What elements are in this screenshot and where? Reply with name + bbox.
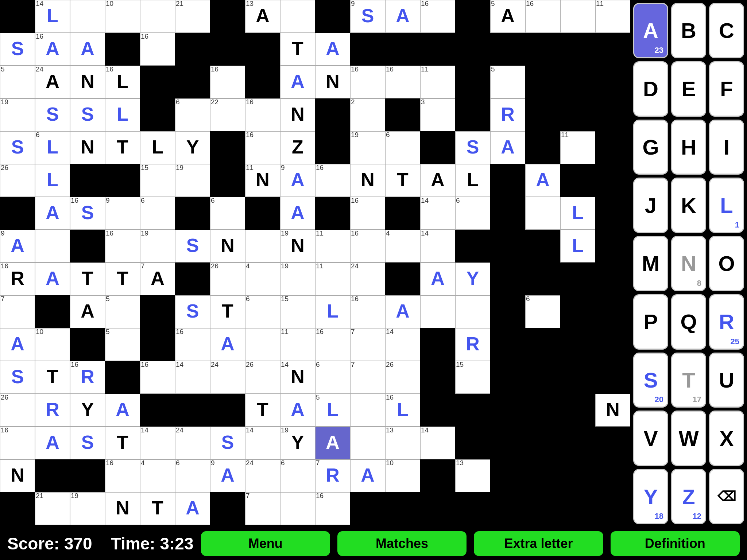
score-time: Score: 370 Time: 3:23 xyxy=(7,534,194,553)
key-Z[interactable]: Z12 xyxy=(671,469,706,524)
key-G[interactable]: G xyxy=(633,120,668,175)
key-C[interactable]: C xyxy=(709,3,744,58)
key-B[interactable]: B xyxy=(671,3,706,58)
key-label: Y xyxy=(644,485,658,509)
key-M[interactable]: M xyxy=(633,236,668,291)
key-V[interactable]: V xyxy=(633,411,668,466)
key-I[interactable]: I xyxy=(709,120,744,175)
key-label: K xyxy=(681,193,696,218)
key-label: I xyxy=(724,135,729,159)
key-label: D xyxy=(643,77,658,101)
key-Y[interactable]: Y18 xyxy=(633,469,668,524)
key-F[interactable]: F xyxy=(709,61,744,117)
key-T[interactable]: T17 xyxy=(671,353,706,408)
menu-button[interactable]: Menu xyxy=(201,531,330,556)
time-label: Time: 3:23 xyxy=(111,534,194,553)
crossword-grid[interactable] xyxy=(0,0,630,527)
bottom-bar: Score: 370 Time: 3:23 Menu Matches Extra… xyxy=(0,527,747,560)
key-H[interactable]: H xyxy=(671,120,706,175)
key-label: Q xyxy=(680,310,697,334)
key-label: V xyxy=(644,426,658,451)
definition-button[interactable]: Definition xyxy=(611,531,740,556)
key-delete[interactable]: ⌫ xyxy=(709,469,744,524)
key-O[interactable]: O xyxy=(709,236,744,291)
key-label: Z xyxy=(682,485,695,509)
key-D[interactable]: D xyxy=(633,61,668,117)
key-label: M xyxy=(642,251,659,276)
key-L[interactable]: L1 xyxy=(709,178,744,233)
key-label: C xyxy=(719,18,734,43)
key-label: O xyxy=(718,251,735,276)
key-label: W xyxy=(679,426,699,451)
key-label: S xyxy=(644,368,658,392)
key-label: T xyxy=(682,368,695,392)
key-subscript: 23 xyxy=(655,46,663,55)
key-label: P xyxy=(644,310,658,334)
key-subscript: 25 xyxy=(731,337,739,346)
keyboard-panel: A23BCDEFGHIJKL1MN8OPQR25S20T17UVWXY18Z12… xyxy=(630,0,747,527)
key-label: H xyxy=(681,135,696,159)
matches-button[interactable]: Matches xyxy=(337,531,467,556)
key-K[interactable]: K xyxy=(671,178,706,233)
key-label: U xyxy=(719,368,734,392)
key-label: ⌫ xyxy=(717,489,736,504)
key-X[interactable]: X xyxy=(709,411,744,466)
key-N[interactable]: N8 xyxy=(671,236,706,291)
key-S[interactable]: S20 xyxy=(633,353,668,408)
key-label: G xyxy=(642,135,659,159)
key-label: J xyxy=(645,193,657,218)
key-label: A xyxy=(643,18,658,43)
key-label: E xyxy=(682,77,696,101)
key-label: X xyxy=(720,426,734,451)
key-label: L xyxy=(720,193,733,218)
key-subscript: 1 xyxy=(735,220,739,230)
key-subscript: 20 xyxy=(655,395,663,404)
key-W[interactable]: W xyxy=(671,411,706,466)
key-subscript: 17 xyxy=(693,395,701,404)
key-Q[interactable]: Q xyxy=(671,294,706,350)
key-label: B xyxy=(681,18,696,43)
key-A[interactable]: A23 xyxy=(633,3,668,58)
extra-letter-button[interactable]: Extra letter xyxy=(474,531,603,556)
key-label: F xyxy=(720,77,733,101)
key-label: N xyxy=(681,251,696,276)
key-label: R xyxy=(719,310,734,334)
key-subscript: 8 xyxy=(697,279,701,288)
key-subscript: 18 xyxy=(655,512,663,521)
score-label: Score: 370 xyxy=(7,534,92,553)
key-J[interactable]: J xyxy=(633,178,668,233)
key-subscript: 12 xyxy=(693,512,701,521)
key-R[interactable]: R25 xyxy=(709,294,744,350)
key-E[interactable]: E xyxy=(671,61,706,117)
crossword-area xyxy=(0,0,630,527)
key-U[interactable]: U xyxy=(709,353,744,408)
key-P[interactable]: P xyxy=(633,294,668,350)
main-area: A23BCDEFGHIJKL1MN8OPQR25S20T17UVWXY18Z12… xyxy=(0,0,747,527)
